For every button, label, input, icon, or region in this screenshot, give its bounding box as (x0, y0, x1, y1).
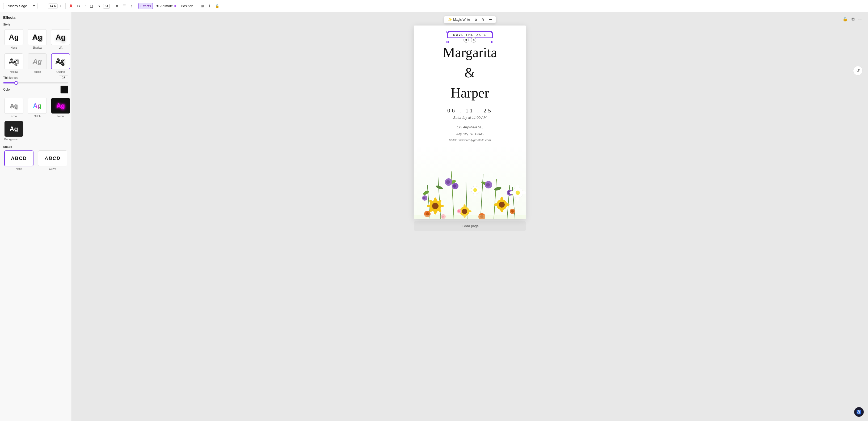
style-neon[interactable]: Ag Neon (50, 97, 71, 119)
style-outline[interactable]: Ag Outline (50, 52, 71, 74)
svg-point-27 (500, 208, 503, 212)
font-selector[interactable]: Frunchy Sage ▼ (3, 3, 38, 9)
shape-curve[interactable]: ABCD Curve (37, 150, 68, 170)
add-page-button[interactable]: + Add page (414, 221, 526, 231)
color-picker[interactable] (60, 86, 68, 94)
font-size-increase[interactable]: + (58, 3, 64, 9)
italic-button[interactable]: I (83, 3, 87, 9)
underline-button[interactable]: U (89, 3, 94, 9)
grid-button[interactable]: ⊞ (199, 3, 206, 9)
divider-4 (136, 3, 136, 9)
handle-tr[interactable] (491, 31, 493, 33)
name-group-wrapper: ↺ ⊕ Margarita & Harper (443, 44, 497, 105)
svg-point-53 (516, 190, 520, 195)
chevron-down-icon: ▼ (33, 4, 35, 7)
rotate-handle[interactable]: ↺ (464, 37, 469, 42)
svg-point-31 (462, 209, 467, 214)
svg-line-4 (480, 174, 483, 219)
svg-point-48 (474, 184, 476, 188)
svg-point-9 (435, 185, 443, 190)
divider-3 (112, 3, 112, 9)
animate-button[interactable]: 👁 Animate (154, 3, 178, 9)
thickness-label: Thickness (3, 76, 57, 80)
svg-point-29 (505, 203, 509, 206)
svg-point-47 (473, 188, 477, 192)
svg-point-39 (453, 184, 456, 188)
handle-tl[interactable] (446, 31, 448, 33)
style-splice[interactable]: Ag Splice (27, 52, 48, 74)
delete-card-button[interactable]: 🗑 (480, 17, 486, 22)
handle-bl[interactable] (446, 41, 448, 43)
text-color-button[interactable]: A (68, 3, 74, 9)
font-size-input[interactable]: 14.6 (48, 3, 58, 9)
text-path-button[interactable]: ⌇ (207, 3, 212, 9)
save-date-banner[interactable]: SAVE THE DATE (447, 32, 492, 38)
color-label: Color (3, 88, 58, 91)
lock-button[interactable]: 🔒 (213, 3, 221, 9)
accessibility-button[interactable]: ♿ (854, 407, 864, 417)
floral-section (414, 145, 526, 219)
floral-svg (414, 145, 526, 219)
style-none-box: Ag (4, 29, 23, 45)
magic-write-button[interactable]: ✨ Magic Write (446, 17, 472, 22)
handle-br[interactable] (491, 41, 493, 43)
color-row: Color (3, 86, 68, 94)
expand-canvas-button[interactable]: ⊹ (857, 16, 863, 23)
rotate-button[interactable]: ↺ (853, 66, 863, 76)
style-shadow[interactable]: Ag Shadow (27, 28, 48, 50)
style-neon-box: Ag (51, 98, 70, 114)
svg-point-37 (446, 180, 450, 184)
svg-point-45 (423, 197, 426, 199)
bold-button[interactable]: B (76, 3, 81, 9)
style-background[interactable]: Ag Background (3, 120, 68, 142)
font-size-decrease[interactable]: − (42, 3, 48, 9)
svg-point-54 (516, 184, 519, 190)
position-button[interactable]: Position (179, 3, 195, 9)
rsvp-line[interactable]: RSVP : www.reallygreatsite.com (422, 139, 518, 142)
style-echo-label: Echo (11, 115, 17, 118)
align-left-button[interactable]: ≡ (114, 3, 120, 9)
style-hollow[interactable]: Ag Hollow (3, 52, 25, 74)
style-none[interactable]: Ag None (3, 28, 25, 50)
effects-button[interactable]: Effects (138, 3, 153, 9)
svg-point-26 (500, 197, 503, 201)
copy-card-button[interactable]: ⧉ (473, 17, 479, 22)
strikethrough-button[interactable]: S (96, 3, 101, 9)
name2-text[interactable]: Harper (443, 85, 497, 101)
duplicate-canvas-button[interactable]: ⧉ (850, 16, 856, 23)
venue-address2[interactable]: Any City, ST 12345 (422, 132, 518, 137)
wedding-date[interactable]: 06 . 11 . 25 (422, 107, 518, 114)
style-echo[interactable]: Ag Echo (3, 97, 25, 119)
style-lift[interactable]: Ag Lift (50, 28, 71, 50)
svg-point-55 (516, 196, 519, 201)
card-container: ✨ Magic Write ⧉ 🗑 ••• SAVE THE DATE (414, 26, 526, 231)
style-glitch[interactable]: Ag Glitch (27, 97, 48, 119)
font-color-icon: A (69, 4, 72, 8)
shape-curve-label: Curve (49, 168, 56, 170)
venue-address1[interactable]: 123 Anywhere St., (422, 125, 518, 130)
divider-5 (197, 3, 197, 9)
style-shadow-label: Shadow (32, 46, 42, 49)
more-card-button[interactable]: ••• (487, 17, 494, 22)
lock-canvas-button[interactable]: 🔒 (841, 16, 849, 23)
style-grid-2: Ag Echo Ag Glitch Ag Neon (3, 97, 68, 119)
card-toolbar: ✨ Magic Write ⧉ 🗑 ••• (444, 16, 496, 23)
style-outline-label: Outline (56, 70, 65, 73)
thickness-row: Thickness 25 (3, 76, 68, 80)
caps-button[interactable]: aA (103, 4, 110, 8)
name-handles: ↺ ⊕ (464, 37, 476, 42)
name1-text[interactable]: Margarita (443, 44, 497, 61)
magic-write-icon: ✨ (448, 18, 452, 22)
slider-thumb[interactable] (14, 81, 18, 85)
shape-none[interactable]: ABCD None (3, 150, 35, 170)
font-size-control: − 14.6 + (42, 3, 63, 9)
add-handle[interactable]: ⊕ (471, 37, 476, 42)
align-list-button[interactable]: ☰ (121, 3, 128, 9)
accessibility-icon: ♿ (856, 410, 862, 415)
thickness-slider[interactable] (3, 82, 68, 84)
style-lift-box: Ag (51, 29, 70, 45)
style-outline-box: Ag (51, 53, 70, 69)
line-spacing-button[interactable]: ↕ (129, 3, 134, 9)
wedding-time[interactable]: Saturday at 11:00 AM (422, 116, 518, 120)
svg-point-56 (509, 191, 515, 194)
